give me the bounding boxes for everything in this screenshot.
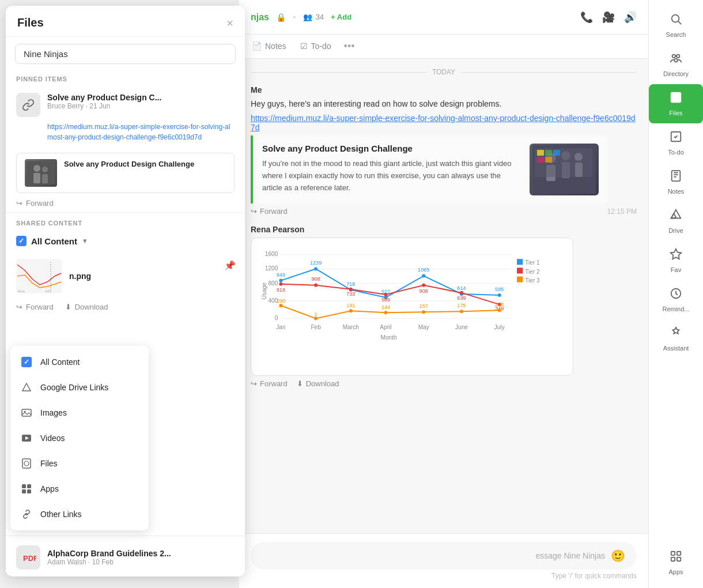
link-embed-description: If you're not in the mood to read this g…	[262, 158, 520, 194]
message-text-me: Hey guys, here's an interesting read on …	[251, 98, 637, 110]
link-icon	[16, 93, 40, 117]
all-content-selector[interactable]: ✓ All Content ▾	[6, 230, 245, 252]
sidebar-item-fav[interactable]: Fav	[649, 241, 703, 280]
directory-icon	[670, 52, 682, 68]
message-actions-me: ↪ Forward	[251, 207, 288, 216]
sidebar-item-assistant[interactable]: Assistant	[649, 319, 703, 359]
svg-point-59	[314, 284, 318, 287]
svg-rect-18	[27, 484, 31, 488]
header-actions: 📞 🎥 🔊	[580, 11, 637, 24]
svg-text:June: June	[455, 324, 468, 330]
chat-body: TODAY Me Hey guys, here's an interesting…	[239, 59, 648, 533]
sidebar-item-notes[interactable]: Notes	[649, 163, 703, 202]
apps-icon	[20, 482, 33, 496]
assistant-icon	[670, 326, 682, 342]
svg-point-45	[314, 267, 318, 270]
files-active-label: Files	[669, 110, 682, 116]
dropdown-item-apps[interactable]: Apps	[10, 476, 149, 502]
svg-text:Tier 2: Tier 2	[525, 269, 540, 275]
dropdown-item-images[interactable]: Images	[10, 400, 149, 425]
drive-label: Drive	[668, 227, 683, 234]
message-input[interactable]	[262, 551, 530, 560]
bottom-file-info: AlphaCorp Brand Guidelines 2... Adam Wal…	[47, 549, 235, 566]
svg-point-76	[422, 310, 425, 314]
member-info: 👥 34	[303, 13, 324, 21]
dropdown-item-other-links[interactable]: Other Links	[10, 502, 149, 527]
chat-header: njas 🔒 • 👥 34 + Add 📞 🎥 🔊	[239, 0, 648, 35]
sidebar-item-drive[interactable]: Drive	[649, 202, 703, 241]
svg-text:Tier 1: Tier 1	[525, 259, 540, 266]
svg-rect-32	[537, 157, 544, 163]
pinned-item-link-url[interactable]: https://medium.muz.li/a-super-simple-exe…	[16, 119, 235, 142]
svg-rect-17	[22, 484, 26, 488]
search-icon	[670, 13, 682, 29]
rena-forward-button[interactable]: ↪ Forward	[251, 379, 288, 388]
shared-forward-button[interactable]: ↪ Forward	[16, 303, 54, 311]
sidebar-item-remind[interactable]: Remind...	[649, 280, 703, 319]
tab-notes[interactable]: 📄 Notes	[251, 35, 288, 58]
link-preview-card[interactable]: Solve any Product Design Challenge	[16, 153, 235, 193]
people-icon: 👥	[303, 13, 312, 21]
video-icon[interactable]: 🎥	[602, 11, 615, 24]
member-count: 34	[316, 13, 324, 21]
tab-todo[interactable]: ☑ To-do	[299, 35, 332, 58]
pinned-items-label: PINNED ITEMS	[6, 71, 245, 86]
svg-text:191: 191	[346, 303, 355, 308]
svg-text:1065: 1065	[418, 267, 429, 273]
svg-point-101	[672, 15, 679, 22]
svg-point-62	[422, 284, 425, 287]
sidebar-item-todo[interactable]: To-do	[649, 123, 703, 163]
drive-icon	[670, 209, 682, 225]
sidebar-item-directory[interactable]: Directory	[649, 45, 703, 84]
svg-text:Usage: Usage	[261, 282, 267, 300]
dropdown-item-videos[interactable]: Videos	[10, 425, 149, 451]
svg-text:Month: Month	[380, 334, 396, 341]
todo-tab-icon: ☑	[300, 42, 308, 51]
forward-icon: ↪	[16, 199, 22, 208]
rena-download-button[interactable]: ⬇ Download	[297, 379, 339, 388]
add-member-button[interactable]: + Add	[331, 13, 352, 21]
message-link[interactable]: https://medium.muz.li/a-super-simple-exe…	[251, 114, 637, 132]
todo-icon	[670, 130, 682, 146]
svg-text:March: March	[343, 324, 359, 330]
date-separator: TODAY	[251, 68, 637, 76]
message-placeholder-text: essage Nine Ninjas	[535, 551, 605, 560]
file-item-chart-thumbnail: June July	[16, 259, 62, 293]
dropdown-item-google-drive[interactable]: Google Drive Links	[10, 375, 149, 400]
svg-text:Feb: Feb	[311, 324, 321, 330]
forward-message-button[interactable]: ↪ Forward	[251, 207, 288, 216]
emoji-button[interactable]: 🙂	[611, 549, 625, 563]
pinned-item-link: Solve any Product Design C... Bruce Berr…	[6, 86, 245, 149]
svg-rect-33	[545, 157, 552, 163]
sidebar-item-apps[interactable]: Apps	[649, 543, 703, 582]
svg-text:144: 144	[381, 304, 390, 310]
message-me: Me Hey guys, here's an interesting read …	[251, 85, 637, 216]
shared-download-button[interactable]: ⬇ Download	[65, 303, 108, 311]
chat-input-box: essage Nine Ninjas 🙂	[251, 542, 637, 570]
message-time: 12:15 PM	[607, 208, 637, 216]
svg-point-105	[674, 59, 678, 62]
svg-point-72	[279, 304, 282, 307]
sidebar-item-files[interactable]: Files	[649, 84, 703, 123]
chart-card: 1600 1200 800 400 0	[251, 238, 573, 376]
files-search-input[interactable]	[15, 44, 236, 64]
svg-point-78	[498, 308, 501, 312]
todo-tab-label: To-do	[311, 42, 331, 51]
main-chat-area: njas 🔒 • 👥 34 + Add 📞 🎥 🔊 📄 Notes ☑ To-d…	[239, 0, 648, 588]
dropdown-other-links-label: Other Links	[40, 510, 82, 519]
svg-text:July: July	[45, 289, 51, 293]
dropdown-item-all-content[interactable]: ✓ All Content	[10, 349, 149, 375]
svg-marker-109	[671, 249, 681, 259]
svg-marker-10	[22, 383, 31, 391]
svg-text:1600: 1600	[265, 251, 278, 257]
volume-icon[interactable]: 🔊	[624, 11, 637, 24]
dropdown-files-label: Files	[40, 459, 58, 468]
notes-label: Notes	[668, 188, 685, 195]
phone-icon[interactable]: 📞	[580, 11, 593, 24]
pinned-forward-button[interactable]: ↪ Forward	[6, 197, 245, 210]
svg-text:918: 918	[277, 287, 285, 293]
sidebar-item-search[interactable]: Search	[649, 6, 703, 45]
dropdown-item-files[interactable]: Files	[10, 451, 149, 476]
more-tabs-button[interactable]: •••	[344, 40, 355, 52]
files-panel-close-button[interactable]: ×	[226, 17, 233, 29]
